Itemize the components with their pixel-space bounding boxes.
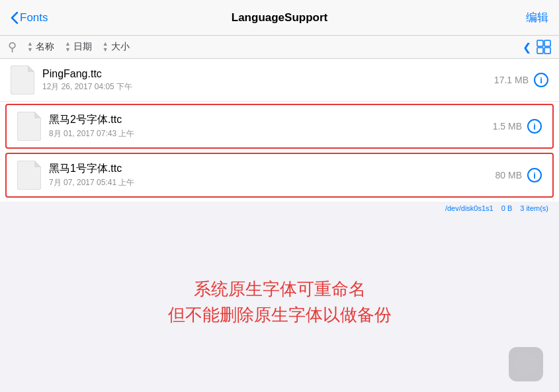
sort-size-label: 大小	[111, 41, 130, 53]
sort-name-arrows: ▲▼	[27, 41, 33, 53]
annotation-area: 系统原生字体可重命名 但不能删除原生字体以做备份	[0, 212, 559, 392]
sort-date-button[interactable]: ▲▼ 日期	[65, 41, 92, 53]
svg-rect-2	[537, 48, 543, 54]
page-title: LanguageSupport	[232, 11, 327, 24]
file-icon-heima1	[17, 161, 41, 190]
back-label: Fonts	[20, 11, 48, 24]
file-date-heima1: 7月 07, 2017 05:41 上午	[49, 177, 495, 188]
status-items: 3 item(s)	[520, 204, 548, 212]
search-icon[interactable]: ⚲	[8, 40, 17, 54]
info-button-heima1[interactable]: i	[527, 168, 542, 182]
status-path: /dev/disk0s1s1	[445, 204, 494, 212]
sort-name-label: 名称	[36, 41, 54, 53]
sort-date-label: 日期	[73, 41, 92, 53]
home-button-inner	[514, 352, 538, 376]
grid-view-icon	[537, 40, 551, 54]
file-size-heima2: 1.5 MB	[493, 121, 522, 132]
annotation-text: 系统原生字体可重命名 但不能删除原生字体以做备份	[168, 276, 392, 328]
annotation-line2: 但不能删除原生字体以做备份	[168, 302, 392, 328]
status-bar: /dev/disk0s1s1 0 B 3 item(s)	[0, 202, 559, 212]
file-size-heima1: 80 MB	[495, 170, 522, 180]
file-info-heima1: 黑马1号字体.ttc 7月 07, 2017 05:41 上午	[49, 162, 495, 188]
file-item-heima2[interactable]: 黑马2号字体.ttc 8月 01, 2017 07:43 上午 1.5 MB i	[5, 104, 554, 149]
svg-rect-0	[537, 40, 543, 46]
file-info-pingfang: PingFang.ttc 12月 26, 2017 04:05 下午	[42, 68, 494, 93]
chevron-left-icon: ❮	[523, 41, 531, 54]
toolbar: ⚲ ▲▼ 名称 ▲▼ 日期 ▲▼ 大小 ❮	[0, 36, 559, 59]
view-toggle-button[interactable]: ❮	[523, 40, 551, 54]
edit-button[interactable]: 编辑	[526, 10, 548, 25]
file-date-heima2: 8月 01, 2017 07:43 上午	[49, 128, 493, 139]
file-date-pingfang: 12月 26, 2017 04:05 下午	[42, 81, 494, 93]
svg-rect-1	[544, 40, 550, 46]
info-button-heima2[interactable]: i	[527, 119, 542, 134]
file-info-heima2: 黑马2号字体.ttc 8月 01, 2017 07:43 上午	[49, 113, 493, 139]
file-name-pingfang: PingFang.ttc	[42, 68, 494, 80]
back-chevron-icon	[11, 11, 19, 24]
annotation-line1: 系统原生字体可重命名	[168, 276, 392, 302]
svg-rect-3	[544, 48, 550, 54]
sort-size-arrows: ▲▼	[103, 41, 108, 53]
sort-date-arrows: ▲▼	[65, 41, 71, 53]
sort-size-button[interactable]: ▲▼ 大小	[103, 41, 130, 53]
nav-back-button[interactable]: Fonts	[11, 11, 48, 24]
status-free: 0 B	[501, 204, 513, 212]
file-size-pingfang: 17.1 MB	[494, 75, 529, 85]
home-button[interactable]	[509, 347, 543, 381]
info-button-pingfang[interactable]: i	[534, 73, 548, 87]
file-name-heima2: 黑马2号字体.ttc	[49, 113, 493, 127]
file-item-pingfang[interactable]: PingFang.ttc 12月 26, 2017 04:05 下午 17.1 …	[0, 59, 559, 102]
file-item-heima1[interactable]: 黑马1号字体.ttc 7月 07, 2017 05:41 上午 80 MB i	[5, 153, 554, 198]
file-icon-heima2	[17, 112, 41, 141]
nav-bar: Fonts LanguageSupport 编辑	[0, 0, 559, 36]
file-name-heima1: 黑马1号字体.ttc	[49, 162, 495, 176]
file-icon-pingfang	[11, 65, 34, 95]
file-list: PingFang.ttc 12月 26, 2017 04:05 下午 17.1 …	[0, 59, 559, 212]
sort-name-button[interactable]: ▲▼ 名称	[27, 41, 54, 53]
phone-screen: Fonts LanguageSupport 编辑 ⚲ ▲▼ 名称 ▲▼ 日期 ▲…	[0, 0, 559, 392]
